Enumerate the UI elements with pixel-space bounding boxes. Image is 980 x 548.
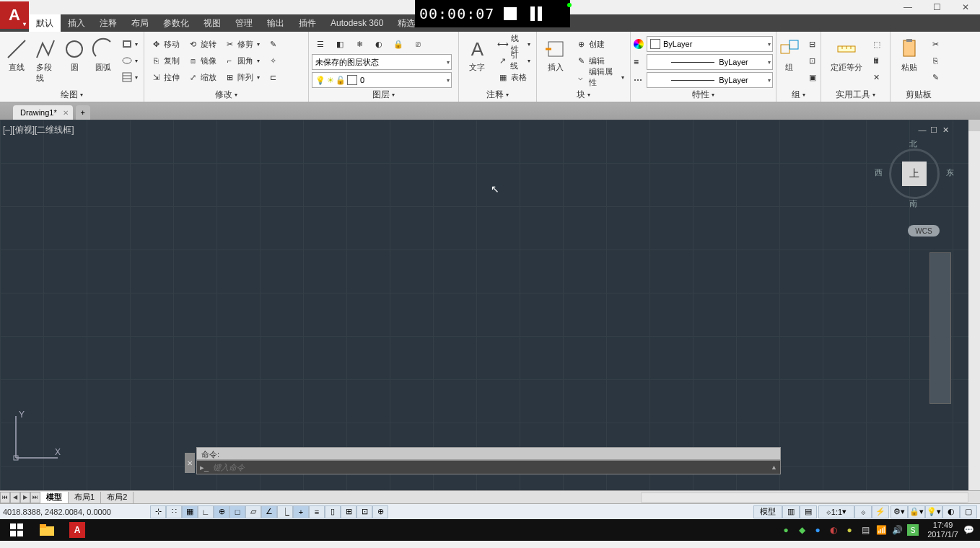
trim-button[interactable]: ✂修剪▾ [221,36,263,52]
3dosnap-button[interactable]: ▱ [245,505,261,518]
command-input[interactable] [213,463,766,472]
isolate-objects-button[interactable]: ◐ [942,505,960,518]
sc-button[interactable]: ⊡ [356,505,372,518]
rectangle-button[interactable]: ▾ [118,36,141,52]
menu-default[interactable]: 默认 [29,14,61,32]
array-button[interactable]: ⊞阵列▾ [221,69,263,85]
toolbar-lock-button[interactable]: 🔒▾ [908,505,925,518]
insert-block-button[interactable]: 插入 [540,36,571,74]
tray-icon-3[interactable]: ● [812,524,823,536]
layout-prev-button[interactable]: ◀ [10,492,20,503]
dyn-button[interactable]: + [293,505,309,518]
hatch-button[interactable]: ▾ [118,69,141,85]
hardware-accel-button[interactable]: 💡▾ [925,505,942,518]
qp-button[interactable]: ⊞ [341,505,356,518]
menu-plugin[interactable]: 插件 [292,14,323,32]
create-block-button[interactable]: ⊕创建 [572,36,627,52]
cmdline-close-button[interactable]: ✕ [185,453,195,473]
layer-properties-button[interactable]: ☰ [312,36,329,52]
otrack-button[interactable]: ∠ [261,505,277,518]
copy-button[interactable]: ⎘复制 [147,53,183,68]
measure-button[interactable]: 定距等分 [826,36,867,74]
ime-icon[interactable]: S [907,524,919,536]
layer-iso-button[interactable]: ◧ [331,36,349,52]
quickview-layouts-button[interactable]: ▥ [782,505,800,518]
annotation-autoscale-button[interactable]: ⚡ [872,505,889,518]
snap-button[interactable]: ∷ [166,505,182,518]
menu-parametric[interactable]: 参数化 [156,14,196,32]
annotation-scale-button[interactable]: ⟐ 1:1 ▾ [818,505,854,518]
horizontal-scrollbar[interactable] [641,492,968,503]
table-button[interactable]: ▦表格 [494,69,533,85]
wcs-badge[interactable]: WCS [908,225,940,237]
ducs-button[interactable]: ⎿ [277,505,293,518]
quickcalc-button[interactable]: 🖩 [868,53,885,68]
select-button[interactable]: ⬚ [868,36,885,52]
text-button[interactable]: A文字 [462,36,493,74]
linetype-combo[interactable]: ByLayer▾ [647,72,773,88]
panel-properties-title[interactable]: 特性▾ [634,88,773,102]
panel-modify-title[interactable]: 修改▾ [147,87,305,102]
stop-recording-button[interactable] [500,4,520,24]
group-edit-button[interactable]: ⊡ [804,53,821,68]
ortho-button[interactable]: ∟ [198,505,214,518]
mirror-button[interactable]: ⧈镜像 [184,53,219,68]
tray-icon-5[interactable]: ● [844,524,855,536]
model-space-button[interactable]: 模型 [753,505,782,518]
match-prop-button[interactable]: ✎ [927,69,944,85]
layout-first-button[interactable]: ⏮ [0,492,10,503]
menu-view[interactable]: 视图 [196,14,228,32]
navigation-bar[interactable] [929,252,951,404]
viewcube[interactable]: 上 北 南 东 西 [882,141,947,206]
new-tab-button[interactable]: + [76,105,90,120]
tray-icon-2[interactable]: ◆ [796,524,808,536]
polar-button[interactable]: ⊕ [214,505,229,518]
minimize-button[interactable]: — [893,0,922,14]
layer-freeze-button[interactable]: ❄ [351,36,368,52]
viewport-close-icon[interactable]: ✕ [941,125,950,135]
layer-lock-button[interactable]: 🔒 [390,36,407,52]
rotate-button[interactable]: ⟲旋转 [184,36,219,52]
layout-next-button[interactable]: ▶ [20,492,30,503]
paste-button[interactable]: 粘贴 [893,36,925,74]
workspace-button[interactable]: ⚙▾ [891,505,908,518]
edit-attr-button[interactable]: ⌵编辑属性▾ [572,69,627,85]
copy-clip-button[interactable]: ⎘ [927,53,944,68]
layer-off-button[interactable]: ◐ [370,36,388,52]
document-tab[interactable]: Drawing1*✕ [13,105,73,120]
pause-recording-button[interactable] [526,4,546,24]
panel-util-title[interactable]: 实用工具▾ [824,87,887,102]
leader-button[interactable]: ↗引线▾ [494,53,533,68]
ellipse-button[interactable]: ▾ [118,53,141,68]
viewport-maximize-icon[interactable]: ☐ [929,125,938,135]
group-bbox-button[interactable]: ▣ [804,69,821,85]
viewport-label[interactable]: [–][俯视][二维线框] [3,124,74,136]
group-button[interactable]: 组 [776,36,802,74]
tray-icon-6[interactable]: ▤ [859,524,871,536]
close-tab-icon[interactable]: ✕ [63,109,69,117]
vertical-scrollbar[interactable] [968,120,980,490]
drawing-viewport[interactable]: [–][俯视][二维线框] — ☐ ✕ ↖ 上 北 南 东 西 WCS Y X [0,120,968,490]
clock[interactable]: 17:492017/1/7 [927,521,958,539]
panel-group-title[interactable]: 组▾ [779,87,818,102]
start-button[interactable] [1,520,32,540]
menu-autodesk360[interactable]: Autodesk 360 [323,14,390,32]
menu-annotate[interactable]: 注释 [92,14,124,32]
tray-icon-4[interactable]: ◐ [828,524,839,536]
menu-insert[interactable]: 插入 [61,14,92,32]
am-button[interactable]: ⊕ [372,505,388,518]
lwt-button[interactable]: ≡ [309,505,325,518]
layout-last-button[interactable]: ⏭ [30,492,40,503]
arc-button[interactable]: 圆弧 [89,36,117,74]
lineweight-combo[interactable]: ByLayer▾ [647,54,773,70]
menu-manage[interactable]: 管理 [228,14,260,32]
panel-annotate-title[interactable]: 注释▾ [462,87,533,102]
viewcube-top[interactable]: 上 [902,162,927,186]
tray-icon-1[interactable]: ● [780,524,792,536]
clean-screen-button[interactable]: ▢ [960,505,977,518]
model-tab[interactable]: 模型 [40,492,69,503]
offset-button[interactable]: ⊏ [264,69,281,85]
layer-match-button[interactable]: ⎚ [409,36,426,52]
line-button[interactable]: 直线 [3,36,30,74]
ungroup-button[interactable]: ⊟ [804,36,821,52]
